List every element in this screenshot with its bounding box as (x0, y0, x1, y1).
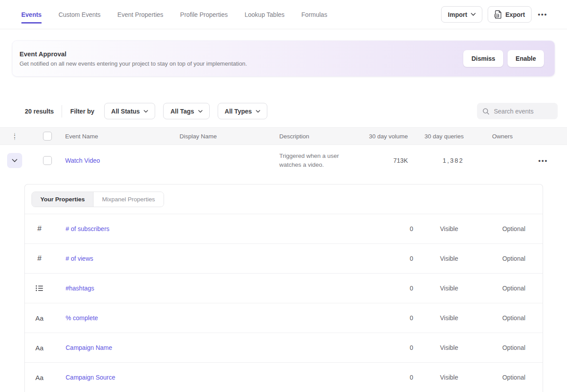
property-name-link[interactable]: #hashtags (54, 285, 341, 292)
banner-title: Event Approval (20, 51, 247, 58)
property-count: 0 (341, 285, 413, 292)
event-description: Triggered when a user watches a video. (279, 152, 364, 169)
column-description: Description (279, 133, 364, 140)
status-filter-dropdown[interactable]: All Status (104, 103, 156, 119)
filter-by-label: Filter by (70, 108, 94, 115)
property-name-link[interactable]: Campaign Name (54, 344, 341, 351)
text-icon: Aa (35, 344, 43, 352)
chevron-down-icon (256, 110, 260, 113)
search-input[interactable] (494, 108, 552, 115)
property-row: # # of subscribers 0 Visible Optional (25, 214, 543, 244)
tags-filter-dropdown[interactable]: All Tags (163, 103, 209, 119)
divider (62, 105, 62, 118)
property-visibility: Visible (413, 344, 485, 351)
select-all-checkbox[interactable] (43, 132, 52, 141)
tab-lookup-tables[interactable]: Lookup Tables (245, 0, 285, 29)
tags-filter-label: All Tags (170, 108, 194, 115)
results-count: 20 results (25, 108, 54, 115)
property-count: 0 (341, 225, 413, 232)
chevron-down-icon (144, 110, 148, 113)
import-button[interactable]: Import (441, 6, 482, 23)
number-icon: # (37, 224, 41, 233)
row-checkbox[interactable] (43, 156, 52, 165)
types-filter-label: All Types (225, 108, 252, 115)
lexicon-tabs: Events Custom Events Event Properties Pr… (21, 0, 327, 29)
collapse-all-icon[interactable]: ↓↑ (13, 132, 16, 140)
event-name-link[interactable]: Watch Video (65, 157, 180, 164)
property-requirement: Optional (485, 255, 543, 262)
property-row: #hashtags 0 Visible Optional (25, 274, 543, 303)
tab-events[interactable]: Events (21, 0, 42, 29)
property-name-link[interactable]: # of subscribers (54, 225, 341, 232)
property-row: Aa Campaign Source 0 Visible Optional (25, 363, 543, 392)
property-requirement: Optional (485, 285, 543, 292)
property-row: # # of views 0 Visible Optional (25, 244, 543, 274)
search-events-box[interactable] (477, 103, 558, 119)
export-button[interactable]: csv Export (488, 6, 532, 23)
column-event-name: Event Name (65, 133, 180, 140)
property-visibility: Visible (413, 255, 485, 262)
tab-formulas[interactable]: Formulas (301, 0, 327, 29)
row-more-menu-icon[interactable]: ••• (537, 155, 567, 166)
property-visibility: Visible (413, 314, 485, 321)
events-table-header: ↓↑ Event Name Display Name Description 3… (0, 127, 567, 145)
property-name-link[interactable]: # of views (54, 255, 341, 262)
svg-text:csv: csv (495, 15, 499, 17)
property-count: 0 (341, 255, 413, 262)
tab-profile-properties[interactable]: Profile Properties (180, 0, 227, 29)
more-menu-icon[interactable]: ••• (537, 9, 548, 20)
import-button-label: Import (448, 11, 467, 18)
property-name-link[interactable]: Campaign Source (54, 374, 341, 381)
property-count: 0 (341, 344, 413, 351)
property-requirement: Optional (485, 225, 543, 232)
export-button-label: Export (505, 11, 525, 18)
property-requirement: Optional (485, 374, 543, 381)
event-description-line2: watches a video. (279, 161, 324, 168)
types-filter-dropdown[interactable]: All Types (218, 103, 267, 119)
tab-event-properties[interactable]: Event Properties (117, 0, 164, 29)
status-filter-label: All Status (111, 108, 140, 115)
tab-your-properties[interactable]: Your Properties (32, 192, 94, 207)
properties-panel: Your Properties Mixpanel Properties # # … (24, 184, 543, 392)
event-approval-banner: Event Approval Get notified on all new e… (12, 41, 555, 76)
top-navigation: Events Custom Events Event Properties Pr… (0, 0, 567, 29)
properties-tab-switcher: Your Properties Mixpanel Properties (31, 192, 164, 207)
property-count: 0 (341, 374, 413, 381)
property-row: Aa Campaign Name 0 Visible Optional (25, 333, 543, 363)
property-visibility: Visible (413, 225, 485, 232)
chevron-down-icon (471, 13, 476, 16)
property-visibility: Visible (413, 285, 485, 292)
event-row-watch-video: Watch Video Triggered when a user watche… (0, 145, 567, 176)
event-queries: 1,382 (408, 157, 470, 164)
event-volume: 713K (364, 157, 408, 164)
search-icon (482, 108, 489, 115)
property-requirement: Optional (485, 344, 543, 351)
property-requirement: Optional (485, 314, 543, 321)
property-count: 0 (341, 314, 413, 321)
collapse-row-chevron-icon[interactable] (7, 153, 22, 168)
number-icon: # (37, 254, 41, 263)
column-owners: Owners (470, 133, 528, 140)
tab-mixpanel-properties[interactable]: Mixpanel Properties (94, 192, 163, 207)
column-display-name: Display Name (180, 133, 279, 140)
column-volume: 30 day volume (364, 133, 408, 140)
property-visibility: Visible (413, 374, 485, 381)
dismiss-button[interactable]: Dismiss (463, 50, 503, 67)
text-icon: Aa (35, 374, 43, 381)
event-description-line1: Triggered when a user (279, 153, 339, 159)
list-icon (35, 285, 43, 292)
filter-toolbar: 20 results Filter by All Status All Tags… (25, 103, 558, 119)
column-queries: 30 day queries (408, 133, 470, 140)
banner-description: Get notified on all new events entering … (20, 60, 247, 67)
property-row: Aa % complete 0 Visible Optional (25, 303, 543, 333)
tab-custom-events[interactable]: Custom Events (59, 0, 101, 29)
chevron-down-icon (198, 110, 203, 113)
property-name-link[interactable]: % complete (54, 314, 341, 321)
enable-button[interactable]: Enable (508, 50, 544, 67)
text-icon: Aa (35, 314, 43, 322)
csv-file-icon: csv (494, 10, 502, 19)
